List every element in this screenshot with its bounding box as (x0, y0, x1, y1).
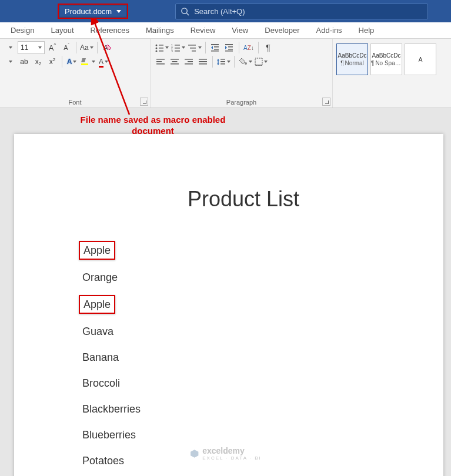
annotation-text: File name saved as macro enabled documen… (59, 115, 247, 137)
svg-point-6 (156, 48, 158, 49)
tab-help[interactable]: Help (350, 22, 383, 39)
grow-font-button[interactable]: A^ (46, 41, 59, 54)
tab-references[interactable]: References (82, 22, 138, 39)
svg-rect-28 (156, 61, 162, 62)
svg-rect-33 (185, 59, 193, 60)
svg-point-8 (156, 51, 158, 52)
svg-line-1 (187, 13, 189, 15)
list-item: Blackberries (79, 401, 408, 427)
align-center-button[interactable] (168, 55, 181, 68)
align-left-button[interactable] (154, 55, 167, 68)
shading-button[interactable] (238, 55, 253, 68)
tab-add-ins[interactable]: Add-ins (308, 22, 350, 39)
style-no-spac-[interactable]: AaBbCcDcNo Spac... (370, 43, 402, 75)
document-title: Product List (79, 187, 408, 212)
tab-mailings[interactable]: Mailings (138, 22, 182, 39)
search-placeholder: Search (Alt+Q) (194, 7, 245, 16)
superscript-button[interactable]: x2 (46, 55, 59, 68)
svg-rect-24 (228, 46, 233, 48)
bullets-button[interactable] (154, 41, 169, 54)
svg-rect-7 (159, 48, 163, 49)
ribbon-group-paragraph: 123 AZ↓ ¶ Paragraph (151, 39, 333, 108)
show-marks-button[interactable]: ¶ (262, 41, 275, 54)
product-text[interactable]: Potatoes (79, 452, 128, 469)
product-text[interactable]: Apple (79, 295, 115, 314)
svg-rect-38 (199, 63, 207, 65)
svg-point-43 (245, 62, 247, 65)
product-text[interactable]: Orange (79, 269, 121, 286)
list-item: Apple (79, 241, 408, 269)
highlight-button[interactable] (79, 55, 96, 68)
product-list: AppleOrangeAppleGuavaBananaBroccoliBlack… (79, 241, 408, 476)
strikethrough-button[interactable]: ab (18, 55, 31, 68)
borders-button[interactable] (254, 55, 268, 68)
style-sample: A (419, 56, 423, 63)
increase-indent-button[interactable] (223, 41, 236, 54)
align-right-button[interactable] (182, 55, 195, 68)
chevron-down-icon (116, 10, 121, 13)
svg-rect-26 (225, 51, 233, 52)
style-sample: AaBbCcDc (372, 52, 401, 59)
paragraph-group-label: Paragraph (154, 98, 329, 108)
ribbon-group-font: 11 A^ Aˇ Aa A ab x2 x2 A (0, 39, 151, 108)
subscript-button[interactable]: x2 (32, 55, 45, 68)
svg-text:3: 3 (171, 49, 173, 52)
filename-text: Product.docm (65, 7, 112, 16)
font-size-value: 11 (21, 43, 28, 52)
svg-rect-41 (221, 61, 225, 62)
svg-rect-23 (225, 44, 233, 45)
sort-button[interactable]: AZ↓ (242, 41, 255, 54)
document-page[interactable]: Product List AppleOrangeAppleGuavaBanana… (14, 134, 443, 476)
line-spacing-button[interactable] (216, 55, 231, 68)
tab-developer[interactable]: Developer (256, 22, 308, 39)
list-item: Orange (79, 269, 408, 295)
svg-point-0 (182, 8, 187, 13)
product-text[interactable]: Apple (79, 241, 115, 260)
product-text[interactable]: Broccoli (79, 375, 123, 391)
product-text[interactable]: Blueberries (79, 427, 139, 443)
style-label: Normal (340, 60, 364, 66)
font-name-edge[interactable] (4, 41, 16, 54)
product-text[interactable]: Blackberries (79, 401, 144, 417)
svg-rect-40 (221, 59, 225, 60)
list-item: Guava (79, 323, 408, 349)
style-item-[interactable]: A (405, 43, 436, 75)
justify-button[interactable] (196, 55, 209, 68)
annotation-line2: document (132, 126, 174, 136)
tab-view[interactable]: View (223, 22, 256, 39)
clear-formatting-button[interactable]: A (101, 41, 113, 54)
list-item: Broccoli (79, 375, 408, 401)
shrink-font-button[interactable]: Aˇ (60, 41, 73, 54)
tab-design[interactable]: Design (2, 22, 42, 39)
svg-rect-44 (255, 58, 262, 65)
svg-rect-34 (188, 61, 193, 62)
product-text[interactable]: Guava (79, 323, 117, 340)
font-dialog-launcher[interactable] (140, 98, 148, 106)
svg-rect-35 (185, 63, 193, 65)
search-box[interactable]: Search (Alt+Q) (175, 4, 428, 19)
product-text[interactable]: Banana (79, 349, 122, 366)
bold-edge[interactable] (4, 55, 16, 68)
tab-layout[interactable]: Layout (42, 22, 82, 39)
svg-rect-45 (255, 65, 262, 66)
svg-rect-19 (211, 44, 219, 45)
svg-rect-29 (156, 63, 165, 65)
font-color-button[interactable]: A (97, 55, 110, 68)
change-case-button[interactable]: Aa (79, 41, 94, 54)
svg-rect-20 (214, 46, 219, 48)
text-effects-button[interactable]: A (65, 55, 78, 68)
filename-dropdown[interactable]: Product.docm (58, 4, 128, 19)
svg-rect-16 (188, 45, 196, 46)
tab-review[interactable]: Review (182, 22, 224, 39)
decrease-indent-button[interactable] (209, 41, 222, 54)
font-size-combo[interactable]: 11 (18, 41, 45, 54)
multilevel-list-button[interactable] (187, 41, 202, 54)
svg-rect-39 (218, 60, 219, 63)
style-normal[interactable]: AaBbCcDcNormal (336, 43, 368, 75)
numbering-button[interactable]: 123 (171, 41, 186, 54)
style-sample: AaBbCcDc (338, 52, 367, 59)
svg-rect-5 (159, 45, 163, 46)
paragraph-dialog-launcher[interactable] (322, 98, 330, 106)
annotation-line1: File name saved as macro enabled (81, 115, 226, 125)
svg-rect-18 (192, 51, 196, 52)
